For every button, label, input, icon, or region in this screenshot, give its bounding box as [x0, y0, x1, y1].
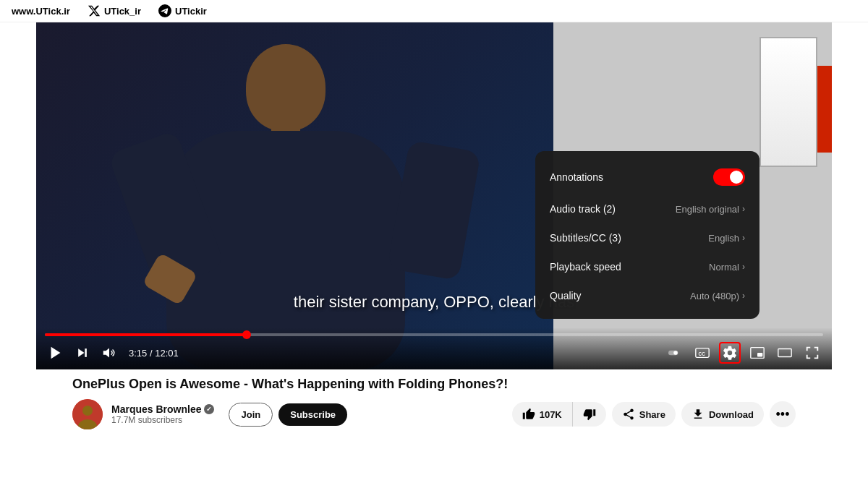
twitter-icon [88, 4, 101, 17]
dislike-button[interactable] [573, 402, 606, 427]
share-icon [622, 408, 635, 421]
playback-speed-value: Normal › [709, 262, 745, 273]
svg-text:CC: CC [699, 351, 706, 356]
watermark-bar: www.UTick.ir UTick_ir UTickir [0, 0, 868, 22]
fullscreen-button[interactable] [801, 342, 823, 364]
share-button[interactable]: Share [612, 402, 676, 427]
play-button[interactable] [45, 342, 67, 364]
miniplayer-icon [749, 345, 765, 361]
video-person [109, 22, 506, 369]
video-info-section: OnePlus Open is Awesome - What's Happeni… [36, 369, 832, 429]
channel-row: Marques Brownlee ✓ 17.7M subscribers Joi… [72, 399, 796, 429]
verified-badge: ✓ [204, 404, 214, 414]
svg-marker-3 [103, 348, 109, 358]
next-button[interactable] [72, 343, 93, 363]
chevron-icon: › [742, 233, 745, 243]
time-display: 3:15 / 12:01 [129, 348, 179, 359]
channel-actions: Join Subscribe [229, 403, 347, 427]
video-title: OnePlus Open is Awesome - What's Happeni… [72, 377, 796, 392]
svg-rect-2 [85, 348, 87, 357]
audio-track-label: Audio track (2) [550, 203, 616, 215]
annotations-toggle[interactable] [713, 168, 745, 186]
action-buttons: 107K Share Download • [512, 401, 796, 427]
settings-playback-row[interactable]: Playback speed Normal › [535, 252, 760, 281]
progress-bar-filled [45, 333, 247, 336]
chevron-icon: › [742, 204, 745, 214]
video-player[interactable]: their sister company, OPPO, clearly has … [36, 22, 832, 429]
website-watermark: www.UTick.ir [12, 6, 70, 17]
settings-quality-row[interactable]: Quality Auto (480p) › [535, 281, 760, 310]
subtitles-value: English › [708, 233, 745, 244]
toggle-knob [730, 171, 743, 184]
captions-icon: CC [694, 345, 710, 361]
gear-icon [722, 345, 738, 361]
settings-annotations-row[interactable]: Annotations [535, 160, 760, 194]
svg-marker-1 [78, 348, 84, 357]
next-icon [75, 346, 90, 360]
controls-row: 3:15 / 12:01 CC [45, 342, 823, 364]
person-arm-right [387, 140, 481, 281]
channel-meta: Marques Brownlee ✓ 17.7M subscribers [111, 403, 214, 425]
svg-marker-0 [51, 347, 61, 359]
svg-rect-10 [778, 349, 791, 357]
like-dislike-group: 107K [512, 402, 606, 427]
quality-value: Auto (480p) › [690, 291, 745, 301]
volume-button[interactable] [98, 342, 120, 364]
annotations-label: Annotations [550, 171, 603, 183]
svg-point-12 [82, 406, 93, 416]
settings-subtitles-row[interactable]: Subtitles/CC (3) English › [535, 223, 760, 252]
theater-button[interactable] [774, 342, 796, 364]
more-dots-icon: ••• [776, 407, 790, 422]
telegram-icon [158, 4, 171, 17]
svg-point-5 [673, 351, 678, 355]
quality-label: Quality [550, 290, 582, 301]
autoplay-icon [668, 346, 683, 360]
like-button[interactable]: 107K [512, 402, 573, 427]
join-button[interactable]: Join [229, 403, 273, 427]
channel-name: Marques Brownlee ✓ [111, 403, 214, 415]
chevron-icon: › [742, 291, 745, 301]
playback-speed-label: Playback speed [550, 261, 621, 273]
settings-audio-row[interactable]: Audio track (2) English original › [535, 194, 760, 223]
download-icon [692, 408, 705, 421]
captions-button[interactable]: CC [692, 342, 713, 364]
autoplay-button[interactable] [665, 343, 686, 363]
settings-popup: Annotations Audio track (2) English orig… [535, 151, 760, 319]
avatar-image [72, 399, 103, 429]
subscribe-button[interactable]: Subscribe [278, 403, 347, 426]
video-bg-accent [817, 66, 832, 153]
chevron-icon: › [742, 262, 745, 272]
video-controls: 3:15 / 12:01 CC [36, 328, 832, 369]
download-button[interactable]: Download [681, 402, 764, 427]
more-button[interactable]: ••• [770, 401, 796, 427]
audio-track-value: English original › [676, 204, 745, 215]
twitter-watermark: UTick_ir [88, 4, 141, 17]
svg-rect-9 [757, 353, 762, 357]
thumbs-down-icon [583, 408, 596, 421]
subscriber-count: 17.7M subscribers [111, 415, 214, 425]
fullscreen-icon [804, 345, 820, 361]
volume-icon [101, 345, 117, 361]
channel-avatar[interactable] [72, 399, 103, 429]
miniplayer-button[interactable] [746, 342, 768, 364]
video-frame: their sister company, OPPO, clearly has … [36, 22, 832, 369]
play-icon [48, 345, 64, 361]
subtitles-label: Subtitles/CC (3) [550, 232, 621, 244]
telegram-watermark: UTickir [158, 4, 207, 17]
progress-bar[interactable] [45, 333, 823, 336]
theater-icon [777, 345, 793, 361]
settings-button[interactable] [719, 342, 741, 364]
person-head [246, 44, 326, 131]
thumbs-up-icon [522, 408, 535, 421]
video-bg-window [760, 37, 817, 167]
